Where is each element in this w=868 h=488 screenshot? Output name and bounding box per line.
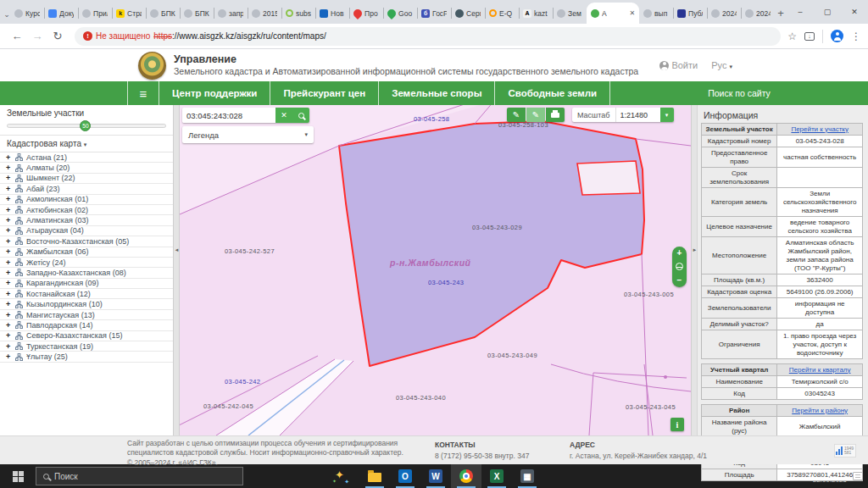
sidebar-region-item[interactable]: +Алматы (20) [0,163,173,173]
expand-plus-icon[interactable]: + [6,206,12,214]
browser-tab[interactable]: Akazt [519,3,553,24]
expand-plus-icon[interactable]: + [6,164,12,172]
expand-plus-icon[interactable]: + [6,352,12,361]
browser-tab[interactable]: subs [281,3,315,24]
taskbar-app-chrome[interactable] [451,464,481,488]
panel-collapse-gutter[interactable]: ► [692,105,698,435]
start-button[interactable] [0,464,36,488]
taskbar-search[interactable]: Поиск [36,467,243,485]
taskbar-app-excel[interactable]: X [481,464,512,488]
sidebar-region-item[interactable]: +Шымкент (22) [0,174,173,184]
sidebar-region-item[interactable]: +Абай (23) [0,184,173,194]
browser-tab[interactable]: бГосР [417,3,451,24]
expand-plus-icon[interactable]: + [6,279,12,287]
nav-item[interactable]: Свободные земли [495,81,610,105]
browser-tab[interactable]: Публ [673,3,707,24]
sidebar-region-item[interactable]: +Туркестанская (19) [0,341,173,352]
sidebar-region-item[interactable]: +Алматинская (03) [0,215,173,225]
copilot-sparkle-icon[interactable]: ✦✦✦ [332,468,349,485]
expand-plus-icon[interactable]: + [6,185,12,193]
sidebar-region-item[interactable]: +Атырауская (04) [0,226,173,236]
security-warning-icon[interactable]: ! [83,31,92,41]
scale-input[interactable] [616,108,660,122]
nav-item[interactable]: Прейскурант цен [270,81,379,105]
refresh-icon[interactable]: ↻ [47,26,68,47]
globe-extent-button[interactable] [676,263,683,270]
back-icon[interactable]: ← [7,26,27,47]
browser-tab[interactable]: Серв [451,3,485,24]
expand-plus-icon[interactable]: + [6,331,12,340]
sidebar-region-item[interactable]: +Восточно-Казахстанская (05) [0,236,173,247]
collapse-right-icon[interactable]: ► [692,247,698,252]
expand-plus-icon[interactable]: + [6,290,12,298]
sidebar-region-item[interactable]: +Карагандинская (09) [0,279,173,289]
expand-plus-icon[interactable]: + [6,216,12,225]
browser-tab[interactable]: Нов [315,3,349,24]
expand-plus-icon[interactable]: + [6,342,12,351]
expand-plus-icon[interactable]: + [6,237,12,246]
sidebar-region-item[interactable]: +Павлодарская (14) [0,320,173,330]
map-canvas[interactable]: ◄ 03-045-25803-045-258-10303-045-243-029… [174,105,691,435]
bookmark-star-icon[interactable]: ☆ [787,30,797,42]
nav-item[interactable]: Земельные споры [379,81,495,105]
taskbar-app-outlook[interactable]: O [390,464,420,488]
profile-avatar[interactable] [831,30,843,42]
install-icon[interactable]: ↓ [804,32,815,41]
cadastral-map-toggle[interactable]: Кадастровая карта ▾ [0,135,173,152]
expand-plus-icon[interactable]: + [6,258,12,267]
scale-dropdown-button[interactable]: ▾ [660,108,674,122]
zoom-out-button[interactable]: − [677,276,682,285]
print-button[interactable] [546,108,565,122]
omnibox[interactable]: ! Не защищено https://www.aisgzk.kz/aisg… [75,27,781,46]
section-link[interactable]: Перейти к району [792,407,848,414]
language-selector[interactable]: Рус ▾ [711,60,732,70]
browser-tab[interactable]: Goo [383,3,417,24]
parcel-search-input[interactable] [182,108,275,123]
sidebar-region-item[interactable]: +Ұлытау (25) [0,352,173,362]
tab-close-icon[interactable]: ✕ [629,9,635,17]
expand-plus-icon[interactable]: + [6,321,12,330]
browser-tab[interactable]: 2024 [741,3,775,24]
draw-tool-button[interactable]: ✎ [526,108,545,122]
browser-tab[interactable]: Доку [44,3,78,24]
sidebar-region-item[interactable]: +Астана (21) [0,152,173,163]
tab-list-chevron-icon[interactable]: ⌄ [3,5,10,24]
expand-plus-icon[interactable]: + [6,311,12,319]
browser-tab[interactable]: запр [214,3,248,24]
map-info-button[interactable]: i [670,418,684,431]
browser-tab[interactable]: Курс [10,3,44,24]
expand-plus-icon[interactable]: + [6,300,12,308]
browser-tab[interactable]: БПК- [146,3,180,24]
measure-tool-button[interactable]: ✎ [507,108,526,122]
expand-plus-icon[interactable]: + [6,226,12,235]
login-button[interactable]: Войти [659,60,698,70]
slider-knob[interactable]: 50 [80,120,91,131]
browser-tab[interactable]: 2015 [248,3,281,24]
forward-icon[interactable]: → [27,26,47,47]
sidebar-region-item[interactable]: +Жамбылская (06) [0,247,173,258]
sidebar-region-item[interactable]: +Западно-Казахстанская (08) [0,268,173,278]
taskbar-app-calculator[interactable]: ▦ [512,464,542,488]
taskbar-app-explorer[interactable] [359,464,390,488]
close-button[interactable]: ✕ [841,0,868,24]
collapse-left-icon[interactable]: ◄ [174,247,180,252]
legend-dropdown[interactable]: Легенда▾ [182,126,314,143]
browser-tab[interactable]: вып [639,3,673,24]
taskbar-app-word[interactable]: W [420,464,451,488]
browser-tab[interactable]: БПК- [180,3,214,24]
browser-tab[interactable]: 2024 [707,3,741,24]
opacity-slider[interactable]: 50 [7,120,166,131]
maximize-button[interactable]: ▢ [814,0,841,24]
browser-tab[interactable]: kСтра [112,3,146,24]
zoom-in-button[interactable]: + [677,249,682,258]
new-tab-button[interactable]: + [776,3,785,22]
browser-tab[interactable]: Зем [553,3,587,24]
notification-center-icon[interactable] [853,472,863,480]
expand-plus-icon[interactable]: + [6,247,12,256]
menu-button[interactable]: ≡ [127,81,159,105]
sidebar-region-item[interactable]: +Северо-Казахстанская (15) [0,331,173,341]
expand-plus-icon[interactable]: + [6,174,12,182]
search-icon[interactable] [292,108,309,123]
section-link[interactable]: Перейти к участку [791,125,849,133]
sidebar-region-item[interactable]: +Акмолинская (01) [0,195,173,205]
